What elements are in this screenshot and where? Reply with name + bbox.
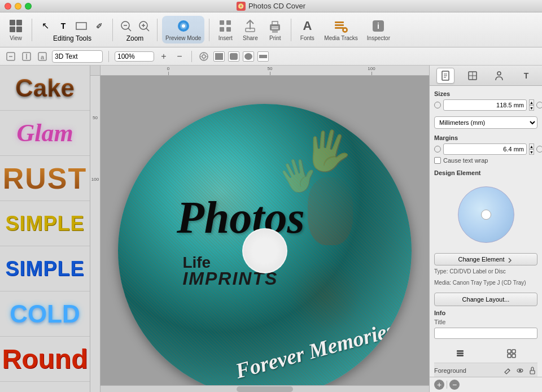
text-tool-button[interactable]: T xyxy=(55,18,72,34)
inspector-button[interactable]: i Inspector xyxy=(364,16,394,43)
svg-rect-26 xyxy=(335,24,344,26)
fonts-button[interactable]: A Fonts xyxy=(296,16,318,43)
zoom-in-icon xyxy=(138,20,150,32)
margin-left-input[interactable] xyxy=(443,143,527,155)
style-cold[interactable]: COLD xyxy=(0,291,90,337)
print-button[interactable]: Print xyxy=(264,16,286,43)
rect-shape-button[interactable] xyxy=(213,51,225,62)
margins-section: Margins ▲ ▼ ▲ ▼ xyxy=(434,134,537,164)
change-layout-button[interactable]: Change Layout... xyxy=(434,293,537,306)
style-icon-1[interactable] xyxy=(5,50,17,63)
draw-tool-button[interactable]: ✐ xyxy=(91,18,108,34)
svg-rect-27 xyxy=(335,27,344,29)
horizontal-scrollbar[interactable] xyxy=(100,385,429,392)
insert-button[interactable]: Insert xyxy=(214,16,237,43)
svg-rect-15 xyxy=(220,20,224,25)
layers-icon[interactable] xyxy=(453,347,467,360)
svg-rect-67 xyxy=(530,371,535,374)
margin-left-down[interactable]: ▼ xyxy=(529,149,534,155)
unit-select[interactable]: Millimeters (mm) xyxy=(434,116,537,129)
title-field-label: Title xyxy=(434,319,537,325)
toolbar-sep-1 xyxy=(32,19,32,41)
style-icon-2[interactable] xyxy=(20,50,33,63)
svg-rect-17 xyxy=(220,27,224,32)
width-down[interactable]: ▼ xyxy=(529,105,534,111)
unit-section: Millimeters (mm) xyxy=(434,116,537,129)
title-input[interactable] xyxy=(434,328,537,339)
tab-layout[interactable] xyxy=(464,68,482,84)
zoom-minus-button[interactable]: − xyxy=(173,50,186,63)
style-simple-blue[interactable]: SIMPLE xyxy=(0,246,90,291)
info-label: Info xyxy=(434,310,537,316)
text-icon: T xyxy=(57,20,69,32)
bottom-toolbar: + − xyxy=(430,377,542,392)
width-up[interactable]: ▲ xyxy=(529,99,534,105)
foreground-row: Foreground xyxy=(434,363,537,377)
svg-rect-59 xyxy=(457,350,464,352)
app-icon: 📀 xyxy=(237,2,246,11)
svg-rect-22 xyxy=(272,28,278,29)
toolbar-sep-4 xyxy=(209,19,209,41)
grid-icon[interactable] xyxy=(505,347,518,360)
width-stepper[interactable]: ▲ ▼ xyxy=(529,99,534,111)
style-round[interactable]: Round xyxy=(0,337,90,382)
lock-foreground-icon[interactable] xyxy=(527,365,537,376)
scrollbar-thumb[interactable] xyxy=(237,386,293,392)
style-simple-gold[interactable]: SIMPLE xyxy=(0,201,90,246)
preview-icon xyxy=(176,18,191,34)
svg-point-14 xyxy=(182,24,185,28)
margin-left-up[interactable]: ▲ xyxy=(529,143,534,149)
style-simple-gold-label: SIMPLE xyxy=(5,212,84,236)
cd-container[interactable]: 🖐 🖐 Photos Life IMPRINTS Forever Memorie… xyxy=(118,104,412,392)
share-button[interactable]: Share xyxy=(239,16,261,43)
zoom-in-button[interactable] xyxy=(136,18,152,34)
cause-text-wrap-checkbox[interactable] xyxy=(434,157,441,164)
edit-foreground-icon[interactable] xyxy=(502,365,513,376)
margin-left-stepper[interactable]: ▲ ▼ xyxy=(529,143,534,155)
target-icon[interactable] xyxy=(198,50,210,63)
sizes-row: ▲ ▼ ▲ ▼ xyxy=(434,99,537,111)
add-layer-button[interactable]: + xyxy=(434,380,444,390)
tab-document[interactable] xyxy=(436,68,454,84)
style-rust-label: RUST xyxy=(3,162,88,195)
zoom-out-button[interactable] xyxy=(117,18,134,34)
cause-text-wrap-row: Cause text wrap xyxy=(434,157,537,164)
style-glam[interactable]: Glam xyxy=(0,111,90,156)
svg-point-29 xyxy=(344,29,346,31)
maximize-button[interactable] xyxy=(25,3,32,10)
select-tool-button[interactable]: ↖ xyxy=(37,18,54,34)
text-style-select[interactable]: 3D Text xyxy=(52,50,103,63)
style-cake-label: Cake xyxy=(15,74,75,102)
rounded-rect-shape-button[interactable] xyxy=(228,51,239,62)
main-toolbar: View ↖ T ✐ Editing Tools xyxy=(0,12,542,47)
svg-rect-62 xyxy=(508,354,511,358)
select-icon: ↖ xyxy=(39,20,51,32)
tab-object[interactable] xyxy=(490,68,508,84)
svg-rect-60 xyxy=(508,350,511,353)
tab-text[interactable]: T xyxy=(517,68,535,84)
zoom-add-button[interactable]: + xyxy=(158,50,170,63)
canvas-content: 🖐 🖐 Photos Life IMPRINTS Forever Memorie… xyxy=(100,76,429,392)
left-panel: Cake Glam RUST SIMPLE SIMPLE COLD Round xyxy=(0,66,90,392)
minimize-button[interactable] xyxy=(15,3,21,10)
canvas-area: 0 50 100 50 100 xyxy=(90,66,429,392)
preview-mode-button[interactable]: Preview Mode xyxy=(162,16,204,43)
change-element-button[interactable]: Change Element xyxy=(434,253,537,265)
style-cake[interactable]: Cake xyxy=(0,66,90,111)
wide-rect-shape-button[interactable] xyxy=(257,51,269,62)
toolbar-sep-5 xyxy=(291,19,291,41)
eye-foreground-icon[interactable] xyxy=(515,365,525,376)
view-button[interactable]: View xyxy=(5,16,27,43)
style-icon-3[interactable]: a xyxy=(36,50,49,63)
shape-tool-button[interactable] xyxy=(73,18,90,34)
zoom-input[interactable] xyxy=(115,51,154,62)
width-input[interactable] xyxy=(443,99,527,111)
style-rust[interactable]: RUST xyxy=(0,156,90,201)
remove-layer-button[interactable]: − xyxy=(449,380,460,390)
traffic-lights xyxy=(5,3,32,10)
design-element-label: Design Element xyxy=(434,169,537,176)
circle-shape-button[interactable] xyxy=(243,51,254,62)
close-button[interactable] xyxy=(5,3,11,10)
svg-rect-44 xyxy=(215,53,223,60)
media-tracks-button[interactable]: Media Tracks xyxy=(321,16,361,43)
